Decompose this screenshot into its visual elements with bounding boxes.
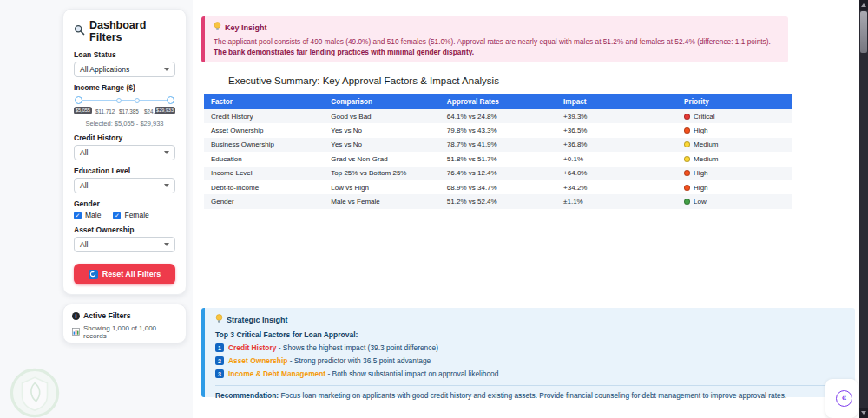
number-1-icon: 1 xyxy=(215,343,224,352)
bar-chart-icon xyxy=(72,328,80,337)
table-cell: 51.2% vs 52.4% xyxy=(440,194,556,208)
factor-desc: - Shows the highest impact (39.3 point d… xyxy=(279,343,438,352)
priority-dot-icon xyxy=(684,141,690,147)
lightbulb-icon xyxy=(214,22,221,33)
records-status-label: Showing 1,000 of 1,000 records xyxy=(83,324,177,340)
table-row: Credit HistoryGood vs Bad64.1% vs 24.8%+… xyxy=(204,109,792,123)
key-insight-title-label: Key Insight xyxy=(225,23,267,32)
slider-tick-dot xyxy=(135,98,140,103)
critical-factor-item: 1 Credit History - Shows the highest imp… xyxy=(215,343,845,352)
table-cell: 79.8% vs 43.3% xyxy=(440,123,556,137)
priority-dot-icon xyxy=(684,170,690,176)
key-insight-bold: The bank demonstrates fair lending pract… xyxy=(214,48,474,56)
table-row: Debt-to-IncomeLow vs High68.9% vs 34.7%+… xyxy=(204,180,792,194)
priority-cell: High xyxy=(677,167,792,180)
gender-checkbox-female[interactable]: ✓ Female xyxy=(113,211,148,219)
factor-name: Income & Debt Management xyxy=(228,369,326,378)
table-cell: Yes vs No xyxy=(324,123,440,137)
active-filters-title: i Active Filters xyxy=(72,311,177,320)
recommendation-text: Recommendation: Focus loan marketing on … xyxy=(215,391,845,400)
table-cell: Low vs High xyxy=(324,180,440,194)
table-cell: Top 25% vs Bottom 25% xyxy=(324,167,440,180)
table-header: Factor Comparison Approval Rates Impact … xyxy=(204,94,792,109)
priority-dot-icon xyxy=(684,199,690,205)
priority-cell: Low xyxy=(677,194,792,208)
scroll-down-arrow[interactable] xyxy=(859,408,868,418)
table-cell: +36.5% xyxy=(556,123,677,137)
lightbulb-icon xyxy=(215,314,223,325)
gender-label: Gender xyxy=(74,199,175,208)
scroll-up-arrow[interactable] xyxy=(859,0,868,10)
table-cell: Asset Ownership xyxy=(204,123,324,137)
education-level-select[interactable]: All xyxy=(74,178,175,193)
critical-factor-item: 3 Income & Debt Management - Both show s… xyxy=(215,369,845,378)
slider-thumb-max[interactable] xyxy=(167,96,174,104)
credit-history-label: Credit History xyxy=(74,134,175,142)
table-cell: 51.8% vs 51.7% xyxy=(440,152,556,166)
priority-dot-icon xyxy=(684,114,690,120)
loan-status-select[interactable]: All Applications xyxy=(74,62,175,77)
number-2-icon: 2 xyxy=(215,356,224,365)
factor-desc: - Strong predictor with 36.5 point advan… xyxy=(290,356,431,365)
records-status: Showing 1,000 of 1,000 records xyxy=(72,324,177,340)
col-header-approval-rates: Approval Rates xyxy=(440,94,556,109)
gender-female-label: Female xyxy=(124,211,148,219)
scrollbar-thumb[interactable] xyxy=(860,11,867,53)
approval-factors-table: Factor Comparison Approval Rates Impact … xyxy=(204,94,792,209)
credit-history-select[interactable]: All xyxy=(74,145,175,160)
table-cell: Credit History xyxy=(204,109,324,123)
table-cell: Debt-to-Income xyxy=(204,180,324,194)
income-selected-text: Selected: $5,055 - $29,933 xyxy=(74,120,175,127)
refresh-icon xyxy=(89,270,98,279)
table-cell: +39.3% xyxy=(556,109,677,123)
strategic-insight-title-label: Strategic Insight xyxy=(227,316,288,324)
watermark-logo xyxy=(3,368,66,418)
table-cell: +36.8% xyxy=(556,138,677,152)
active-filters-title-label: Active Filters xyxy=(83,311,131,320)
table-cell: Education xyxy=(204,152,324,166)
table-cell: Business Ownership xyxy=(204,138,324,152)
active-filters-card: i Active Filters Showing 1,000 of 1,000 … xyxy=(62,304,187,343)
collapse-button[interactable]: « xyxy=(836,390,852,407)
key-insight-banner: Key Insight The applicant pool consists … xyxy=(201,16,788,62)
reset-button-label: Reset All Filters xyxy=(102,270,161,278)
gender-options: ✓ Male ✓ Female xyxy=(74,211,175,219)
key-insight-title: Key Insight xyxy=(214,22,779,33)
reset-all-filters-button[interactable]: Reset All Filters xyxy=(74,264,175,284)
priority-cell: High xyxy=(677,180,792,194)
vertical-scrollbar[interactable] xyxy=(859,0,868,418)
table-cell: +0.1% xyxy=(556,152,677,166)
slider-min-badge: $5,055 xyxy=(74,107,92,114)
asset-ownership-select[interactable]: All xyxy=(74,237,175,252)
gender-checkbox-male[interactable]: ✓ Male xyxy=(74,211,101,219)
slider-track[interactable] xyxy=(76,100,173,101)
table-cell: Gender xyxy=(204,194,324,208)
loan-status-value: All Applications xyxy=(80,65,129,74)
income-range-slider[interactable] xyxy=(75,95,174,106)
priority-dot-icon xyxy=(684,127,690,134)
table-cell: 64.1% vs 24.8% xyxy=(440,109,556,123)
income-range-label: Income Range ($) xyxy=(74,83,175,92)
dashboard-filters-card: Dashboard Filters Loan Status All Applic… xyxy=(62,9,187,295)
strategic-insight-panel: Strategic Insight Top 3 Critical Factors… xyxy=(201,308,855,397)
col-header-impact: Impact xyxy=(556,94,677,109)
table-cell: ±1.1% xyxy=(556,194,677,208)
education-level-label: Education Level xyxy=(74,167,175,175)
asset-ownership-value: All xyxy=(80,240,88,249)
col-header-priority: Priority xyxy=(677,94,792,109)
priority-dot-icon xyxy=(684,185,690,191)
factor-name: Credit History xyxy=(228,343,276,352)
priority-cell: Medium xyxy=(677,152,792,166)
slider-thumb-min[interactable] xyxy=(75,96,82,104)
search-icon xyxy=(74,24,85,38)
table-cell: Male vs Female xyxy=(324,194,440,208)
strategic-insight-title: Strategic Insight xyxy=(215,314,845,325)
credit-history-value: All xyxy=(80,148,88,157)
table-cell: 76.4% vs 12.4% xyxy=(440,167,556,180)
summary-table-body: Credit HistoryGood vs Bad64.1% vs 24.8%+… xyxy=(204,109,792,209)
asset-ownership-label: Asset Ownership xyxy=(74,225,175,234)
col-header-comparison: Comparison xyxy=(324,94,440,109)
sidebar-title: Dashboard Filters xyxy=(74,19,175,43)
table-cell: Grad vs Non-Grad xyxy=(324,152,440,166)
chevron-down-icon xyxy=(164,243,169,246)
